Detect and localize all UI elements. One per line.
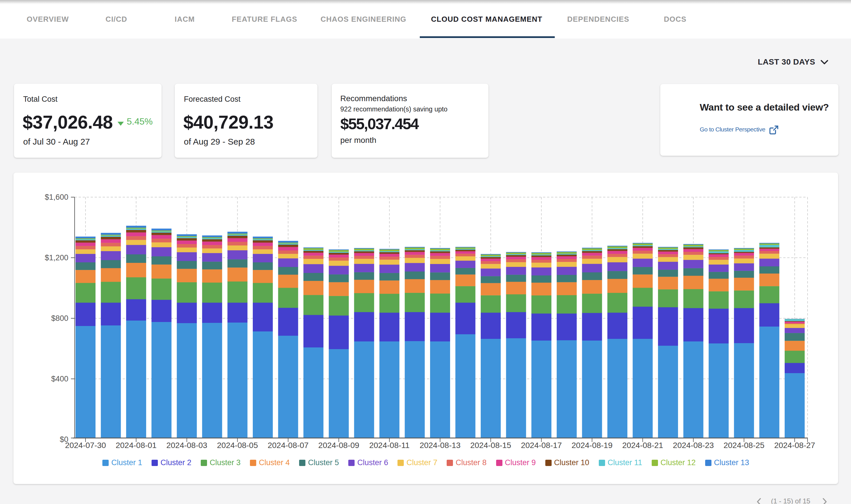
svg-text:2024-08-07: 2024-08-07 [268,441,309,450]
svg-text:2024-08-01: 2024-08-01 [116,441,156,450]
svg-text:2024-08-13: 2024-08-13 [419,441,461,450]
svg-text:2024-08-25: 2024-08-25 [724,441,764,450]
svg-text:2024-08-03: 2024-08-03 [167,441,207,450]
svg-text:2024-08-05: 2024-08-05 [217,441,258,450]
svg-text:2024-08-23: 2024-08-23 [673,441,714,450]
svg-text:$400: $400 [51,375,68,383]
svg-text:$1,600: $1,600 [45,193,68,201]
svg-text:2024-08-11: 2024-08-11 [369,441,410,450]
svg-text:2024-08-09: 2024-08-09 [318,441,359,450]
svg-text:2024-08-19: 2024-08-19 [572,441,612,450]
svg-text:$1,200: $1,200 [45,253,68,262]
svg-text:$800: $800 [51,314,68,323]
svg-text:2024-07-30: 2024-07-30 [65,441,106,450]
svg-text:2024-08-27: 2024-08-27 [774,441,815,450]
svg-text:2024-08-17: 2024-08-17 [521,441,562,450]
svg-text:2024-08-15: 2024-08-15 [470,441,511,450]
svg-text:2024-08-21: 2024-08-21 [622,441,663,450]
